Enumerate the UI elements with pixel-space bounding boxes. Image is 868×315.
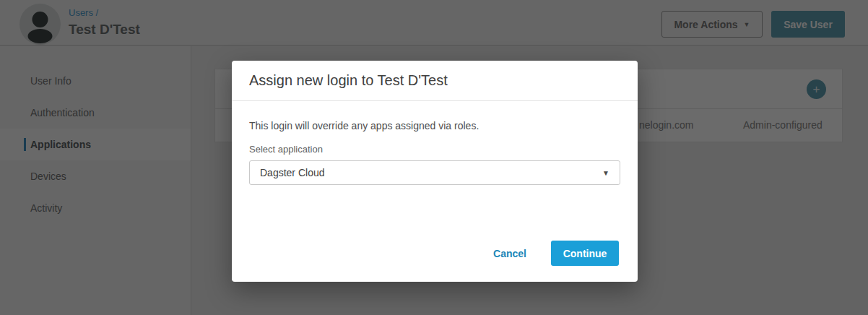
application-select[interactable]: Dagster Cloud ▼	[249, 160, 620, 185]
modal-header: Assign new login to Test D'Test	[232, 61, 638, 101]
application-select-value: Dagster Cloud	[260, 167, 325, 178]
continue-button[interactable]: Continue	[551, 241, 619, 266]
cancel-button[interactable]: Cancel	[493, 248, 526, 259]
modal-title: Assign new login to Test D'Test	[249, 72, 448, 89]
modal-body: This login will override any apps assign…	[232, 101, 638, 185]
assign-login-modal: Assign new login to Test D'Test This log…	[232, 61, 638, 282]
chevron-down-icon: ▼	[602, 169, 609, 177]
modal-footer: Cancel Continue	[232, 241, 638, 266]
modal-description-text: This login will override any apps assign…	[249, 120, 620, 131]
select-application-label: Select application	[249, 144, 620, 155]
